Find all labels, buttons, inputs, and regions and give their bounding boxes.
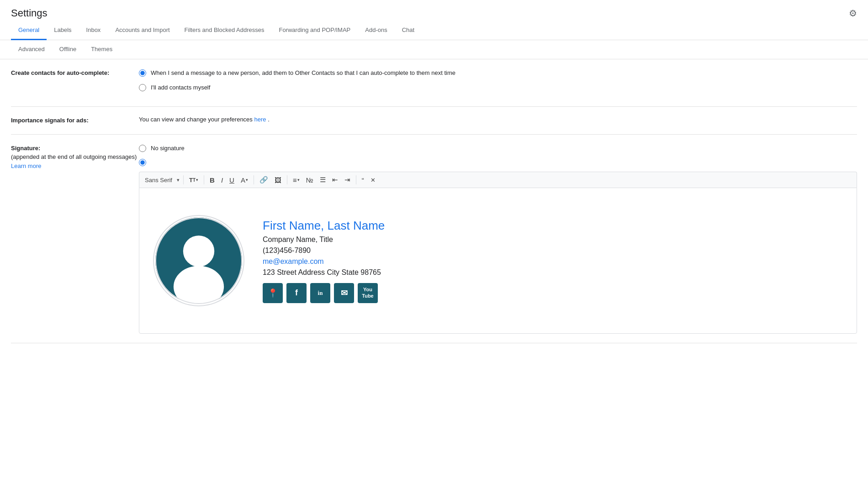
contacts-option2: I'll add contacts myself — [139, 83, 857, 92]
indent-less-btn[interactable]: ⇤ — [329, 174, 341, 186]
importance-period: . — [268, 116, 270, 123]
sig-content: First Name, Last Name Company Name, Titl… — [139, 201, 857, 320]
sig-avatar — [153, 215, 244, 306]
bullet-list-btn[interactable]: ☰ — [317, 174, 328, 186]
contacts-option1: When I send a message to a new person, a… — [139, 68, 857, 78]
tab-addons[interactable]: Add-ons — [358, 21, 394, 40]
align-btn[interactable]: ≡▾ — [290, 174, 302, 186]
bold-btn[interactable]: B — [207, 174, 217, 186]
link-btn[interactable]: 🔗 — [257, 174, 271, 186]
signature-label-text: Signature: — [11, 145, 40, 152]
font-select[interactable]: Sans Serif — [142, 175, 175, 185]
tab-general[interactable]: General — [11, 21, 47, 40]
no-signature-option: No signature — [139, 144, 857, 153]
signature-sub-label: (appended at the end of all outgoing mes… — [11, 153, 137, 160]
sig-company: Company Name, Title — [263, 236, 385, 244]
sig-socials: 📍 f in ✉ YouTube — [263, 283, 385, 303]
settings-body: Create contacts for auto-complete: When … — [0, 59, 868, 343]
tab-chat[interactable]: Chat — [395, 21, 422, 40]
clear-format-btn[interactable]: ✕ — [368, 175, 378, 185]
indent-more-btn[interactable]: ⇥ — [342, 174, 353, 186]
email-social-btn[interactable]: ✉ — [334, 283, 354, 303]
tab-advanced[interactable]: Advanced — [11, 40, 52, 59]
signature-editor-option — [139, 158, 857, 166]
image-btn[interactable]: 🖼 — [272, 174, 284, 186]
no-signature-label: No signature — [151, 144, 185, 153]
importance-link[interactable]: here — [254, 116, 266, 123]
italic-btn[interactable]: I — [218, 174, 226, 186]
contacts-radio1[interactable] — [139, 69, 146, 77]
signature-toolbar: Sans Serif ▾ TT▾ B I U A▾ 🔗 🖼 ≡▾ № ☰ — [139, 172, 857, 188]
location-social-btn[interactable]: 📍 — [263, 283, 283, 303]
linkedin-social-btn[interactable]: in — [310, 283, 330, 303]
importance-text: You can view and change your preferences — [139, 116, 253, 123]
contacts-option1-label: When I send a message to a new person, a… — [151, 68, 455, 78]
contacts-content: When I send a message to a new person, a… — [139, 68, 857, 97]
signature-row: Signature: (appended at the end of all o… — [11, 135, 857, 344]
contacts-row: Create contacts for auto-complete: When … — [11, 59, 857, 107]
facebook-social-btn[interactable]: f — [286, 283, 307, 303]
page-title: Settings — [11, 7, 48, 19]
sig-info: First Name, Last Name Company Name, Titl… — [263, 219, 385, 303]
signature-editor[interactable]: First Name, Last Name Company Name, Titl… — [139, 188, 857, 334]
toolbar-sep5 — [356, 175, 356, 184]
tab-offline[interactable]: Offline — [52, 40, 84, 59]
main-tabs: General Labels Inbox Accounts and Import… — [0, 21, 868, 40]
sig-email[interactable]: me@example.com — [263, 257, 385, 266]
secondary-tabs: Advanced Offline Themes — [0, 40, 868, 59]
numbered-list-btn[interactable]: № — [303, 174, 316, 186]
toolbar-sep1 — [183, 175, 184, 184]
sig-phone: (123)456-7890 — [263, 247, 385, 255]
text-color-btn[interactable]: A▾ — [238, 174, 251, 186]
avatar-svg — [155, 217, 242, 304]
toolbar-sep3 — [254, 175, 254, 184]
settings-header: Settings ⚙ — [0, 0, 868, 19]
importance-content: You can view and change your preferences… — [139, 116, 857, 123]
toolbar-sep2 — [204, 175, 204, 184]
tab-themes[interactable]: Themes — [84, 40, 120, 59]
signature-radio[interactable] — [139, 159, 146, 166]
quote-btn[interactable]: “ — [359, 174, 367, 186]
contacts-label: Create contacts for auto-complete: — [11, 68, 139, 78]
underline-btn[interactable]: U — [227, 174, 237, 186]
svg-point-1 — [183, 236, 214, 267]
font-size-btn[interactable]: TT▾ — [186, 175, 201, 185]
sig-address: 123 Street Address City State 98765 — [263, 268, 385, 277]
tab-inbox[interactable]: Inbox — [79, 21, 108, 40]
contacts-radio2[interactable] — [139, 84, 146, 91]
tab-filters[interactable]: Filters and Blocked Addresses — [177, 21, 272, 40]
tab-labels[interactable]: Labels — [47, 21, 79, 40]
no-signature-radio[interactable] — [139, 145, 146, 152]
youtube-social-btn[interactable]: YouTube — [358, 283, 378, 303]
sig-name: First Name, Last Name — [263, 219, 385, 233]
tab-forwarding[interactable]: Forwarding and POP/IMAP — [271, 21, 358, 40]
tab-accounts-import[interactable]: Accounts and Import — [108, 21, 177, 40]
importance-row: Importance signals for ads: You can view… — [11, 107, 857, 135]
toolbar-sep4 — [287, 175, 287, 184]
signature-label: Signature: (appended at the end of all o… — [11, 144, 139, 171]
importance-label: Importance signals for ads: — [11, 116, 139, 125]
contacts-option2-label: I'll add contacts myself — [151, 83, 210, 92]
gear-icon[interactable]: ⚙ — [849, 8, 857, 19]
signature-content: No signature Sans Serif ▾ TT▾ B I — [139, 144, 857, 334]
learn-more-link[interactable]: Learn more — [11, 163, 41, 169]
